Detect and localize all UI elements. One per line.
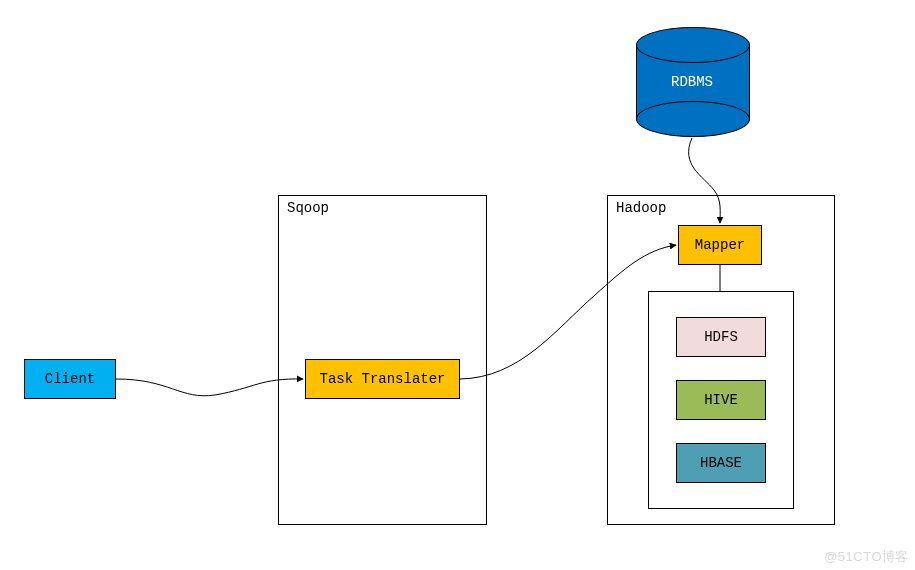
task-translater-box: Task Translater bbox=[305, 359, 460, 399]
hive-text: HIVE bbox=[704, 392, 738, 408]
hbase-box: HBASE bbox=[676, 443, 766, 483]
hdfs-text: HDFS bbox=[704, 329, 738, 345]
watermark: @51CTO博客 bbox=[824, 548, 909, 566]
hadoop-label: Hadoop bbox=[616, 200, 666, 216]
arrow-client-to-translater bbox=[116, 379, 303, 396]
client-box: Client bbox=[24, 359, 116, 399]
task-translater-text: Task Translater bbox=[319, 371, 445, 387]
mapper-box: Mapper bbox=[678, 225, 762, 265]
hdfs-box: HDFS bbox=[676, 317, 766, 357]
sqoop-label: Sqoop bbox=[287, 200, 329, 216]
hbase-text: HBASE bbox=[700, 455, 742, 471]
rdbms-label: RDBMS bbox=[636, 28, 748, 136]
mapper-text: Mapper bbox=[695, 237, 745, 253]
client-text: Client bbox=[45, 371, 95, 387]
hive-box: HIVE bbox=[676, 380, 766, 420]
